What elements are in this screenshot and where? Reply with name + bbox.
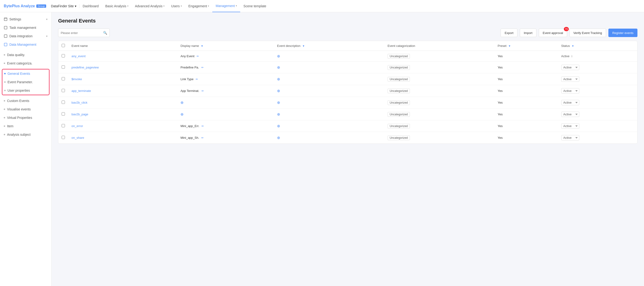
nav-management[interactable]: Management ▾ [212, 0, 240, 12]
add-description-icon[interactable]: ⊕ [277, 77, 280, 81]
event-name-link[interactable]: bav2b_page [72, 112, 88, 116]
preset-value: Yes [498, 124, 503, 128]
verify-event-tracking-button[interactable]: Verify Event Tracking [570, 28, 606, 37]
nav-items: Dashboard Basic Analysis ▾ Advanced Anal… [80, 0, 640, 12]
edit-icon[interactable]: ✏ [202, 89, 204, 92]
search-input[interactable] [61, 31, 103, 35]
search-box[interactable]: 🔍 [58, 28, 110, 37]
add-description-icon[interactable]: ⊕ [277, 136, 280, 140]
task-management-label: Task management [9, 26, 36, 30]
row-checkbox[interactable] [62, 124, 65, 127]
svg-rect-0 [4, 18, 7, 21]
sidebar-item-event-categorization[interactable]: Event categoriza. [0, 59, 51, 68]
table-row: bav2b_page ⊕ ⊕ Uncategorized Yes Active … [58, 108, 637, 120]
edit-icon[interactable]: ✏ [196, 54, 199, 58]
sidebar-item-custom-events[interactable]: Custom Events [0, 96, 51, 105]
edit-icon[interactable]: ✏ [196, 78, 198, 81]
sidebar-item-settings[interactable]: Settings ▾ [0, 15, 51, 24]
col-preset: Preset ▼ [494, 41, 558, 51]
status-select[interactable]: Active Inactive [561, 65, 579, 70]
row-checkbox[interactable] [62, 136, 65, 139]
event-name-link[interactable]: predefine_pageview [72, 66, 99, 69]
row-checkbox[interactable] [62, 89, 65, 92]
edit-icon[interactable]: ✏ [201, 136, 204, 140]
row-checkbox[interactable] [62, 77, 65, 80]
nav-engagement[interactable]: Engagement ▾ [185, 0, 212, 12]
sidebar: Settings ▾ Task management Data integrat… [0, 12, 52, 286]
event-name-cell: app_terminate [68, 85, 177, 97]
sidebar-item-data-integration[interactable]: Data integration ▾ [0, 32, 51, 40]
data-management-label: Data Management [9, 43, 36, 46]
register-events-button[interactable]: Register events [608, 28, 638, 37]
sidebar-item-analysis-subject[interactable]: Analysis subject [0, 130, 51, 139]
display-name-text: Predefine Pa. [180, 66, 199, 69]
sidebar-item-user-properties[interactable]: User properties [2, 86, 49, 95]
status-select[interactable]: Active Inactive [561, 112, 579, 117]
preset-cell: Yes [494, 51, 558, 62]
categorization-cell: Uncategorized [384, 97, 494, 108]
status-select[interactable]: Active Inactive [561, 76, 579, 82]
status-select[interactable]: Active Inactive [561, 135, 579, 140]
sidebar-item-visualise-events[interactable]: Visualise events [0, 105, 51, 114]
event-name-link[interactable]: app_terminate [72, 89, 91, 92]
row-checkbox[interactable] [62, 112, 65, 116]
status-select[interactable]: Active Inactive [561, 88, 579, 94]
virtual-properties-label: Virtual Properties [7, 116, 32, 120]
dot-icon [4, 62, 5, 64]
sidebar-item-data-quality[interactable]: Data quality. [0, 51, 51, 59]
status-cell: Active Inactive [558, 85, 637, 97]
nav-scene-template[interactable]: Scene template [240, 0, 270, 12]
sidebar-item-data-management[interactable]: Data Management [0, 40, 51, 49]
nav-dashboard[interactable]: Dashboard [80, 0, 102, 12]
nav-users[interactable]: Users ▾ [168, 0, 185, 12]
status-select[interactable]: Active Inactive [561, 123, 579, 129]
edit-icon[interactable]: ✏ [201, 66, 204, 69]
export-button[interactable]: Export [500, 28, 518, 37]
event-name-cell: $invoke [68, 74, 177, 85]
data-mgmt-icon [4, 43, 8, 46]
general-events-label: General Events [8, 72, 30, 76]
add-description-icon[interactable]: ⊕ [277, 54, 280, 58]
event-name-link[interactable]: $invoke [72, 77, 82, 81]
nav-basic-analysis[interactable]: Basic Analysis ▾ [102, 0, 132, 12]
row-checkbox[interactable] [62, 66, 65, 69]
add-description-icon[interactable]: ⊕ [277, 100, 280, 104]
select-all-checkbox[interactable] [62, 44, 65, 47]
site-selector[interactable]: DataFinder Site ▾ [48, 4, 79, 8]
filter-icon[interactable]: ▼ [572, 44, 574, 47]
status-select[interactable]: Active Inactive [561, 100, 579, 105]
add-display-name-icon[interactable]: ⊕ [180, 112, 184, 116]
sidebar-item-virtual-properties[interactable]: Virtual Properties [0, 114, 51, 122]
edit-icon[interactable]: ✏ [202, 124, 204, 128]
table-body: any_event Any Event ✏ ⊕ Uncategorized Ye… [58, 51, 637, 144]
event-name-link[interactable]: any_event [72, 54, 86, 58]
info-icon[interactable]: ℹ [571, 54, 572, 58]
sidebar-item-task-management[interactable]: Task management [0, 24, 51, 32]
event-approval-button[interactable]: Event approval 79 [539, 28, 567, 37]
event-name-link[interactable]: on_error [72, 124, 83, 128]
sidebar-item-event-parameter[interactable]: Event Parameter. [2, 78, 49, 86]
add-description-icon[interactable]: ⊕ [277, 124, 280, 128]
dot-icon [4, 54, 5, 56]
add-description-icon[interactable]: ⊕ [277, 66, 280, 70]
row-checkbox[interactable] [62, 54, 65, 58]
filter-icon[interactable]: ▼ [302, 44, 305, 47]
add-description-icon[interactable]: ⊕ [277, 112, 280, 116]
categorization-cell: Uncategorized [384, 120, 494, 132]
sidebar-item-item[interactable]: Item [0, 122, 51, 130]
event-name-link[interactable]: bav2b_click [72, 101, 88, 104]
col-display-name: Display name ▼ [177, 41, 274, 51]
nav-advanced-analysis[interactable]: Advanced Analysis ▾ [132, 0, 168, 12]
row-checkbox[interactable] [62, 100, 65, 104]
item-label: Item [7, 124, 13, 128]
add-description-icon[interactable]: ⊕ [277, 89, 280, 93]
filter-icon[interactable]: ▼ [508, 44, 511, 47]
sidebar-item-general-events[interactable]: General Events [2, 70, 49, 78]
import-button[interactable]: Import [520, 28, 536, 37]
event-name-link[interactable]: on_share [72, 136, 84, 140]
add-display-name-icon[interactable]: ⊕ [180, 100, 184, 104]
filter-icon[interactable]: ▼ [201, 44, 204, 47]
categorization-cell: Uncategorized [384, 132, 494, 144]
col-event-categorization: Event catagorization [384, 41, 494, 51]
description-cell: ⊕ [274, 120, 384, 132]
